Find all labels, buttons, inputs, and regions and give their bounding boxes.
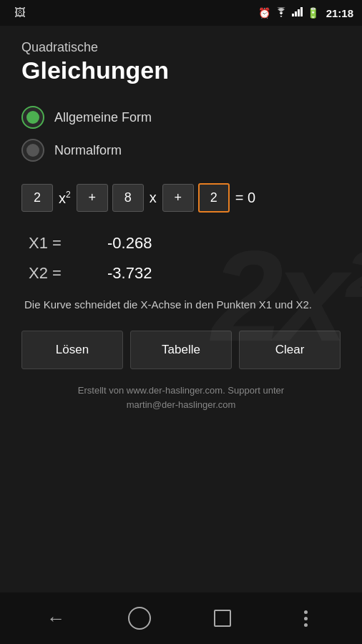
radio-group: Allgemeine Form Normalform	[21, 106, 341, 162]
home-icon	[128, 607, 151, 630]
equals-label: = 0	[234, 190, 257, 206]
radio-normalform-label: Normalform	[54, 143, 122, 158]
main-content: 2x² Quadratische Gleichungen Allgemeine …	[0, 26, 362, 427]
status-time: 21:18	[326, 7, 353, 19]
coeff-c-box[interactable]: 2	[198, 183, 230, 213]
results-section: X1 = -0.268 X2 = -3.732	[21, 234, 341, 283]
app-title: Gleichungen	[21, 57, 341, 84]
battery-icon: 🔋	[307, 7, 319, 19]
more-icon	[304, 610, 308, 627]
radio-allgemeine-circle	[21, 106, 44, 129]
plus1-box: +	[77, 184, 108, 212]
status-bar: 🖼 ⏰ 🔋 21:18	[0, 0, 362, 26]
plus2-box: +	[162, 184, 194, 212]
nav-back-button[interactable]: ←	[34, 604, 77, 633]
footer-line2: martin@der-haslinger.com	[127, 399, 236, 410]
clear-button[interactable]: Clear	[239, 331, 341, 369]
radio-normalform[interactable]: Normalform	[21, 139, 341, 162]
x2-label: X2 =	[29, 264, 93, 283]
wifi-icon	[275, 7, 288, 19]
radio-normalform-circle	[21, 139, 44, 162]
footer-line1: Erstellt von www.der-haslinger.com. Supp…	[78, 385, 284, 396]
nav-more-button[interactable]	[285, 604, 328, 633]
description-text: Die Kurve schneidet die X-Achse in den P…	[21, 297, 341, 313]
radio-allgemeine[interactable]: Allgemeine Form	[21, 106, 341, 129]
x2-value: -3.732	[107, 264, 152, 283]
solve-button[interactable]: Lösen	[21, 331, 123, 369]
table-button[interactable]: Tabelle	[130, 331, 232, 369]
coeff-a-box[interactable]: 2	[21, 184, 53, 212]
recents-icon	[214, 610, 231, 627]
nav-bar: ←	[0, 592, 362, 644]
back-icon: ←	[47, 608, 65, 630]
status-right-area: ⏰ 🔋 21:18	[258, 6, 353, 19]
status-left-area: 🖼	[9, 6, 253, 19]
x2-row: X2 = -3.732	[29, 264, 341, 283]
coeff-b-box[interactable]: 8	[112, 184, 144, 212]
x1-label: X1 =	[29, 234, 93, 253]
signal-icon	[292, 6, 303, 19]
image-icon: 🖼	[14, 6, 26, 19]
nav-recents-button[interactable]	[201, 604, 244, 633]
x1-row: X1 = -0.268	[29, 234, 341, 253]
x-label: x	[148, 190, 158, 206]
nav-home-button[interactable]	[118, 604, 161, 633]
button-row: Lösen Tabelle Clear	[21, 331, 341, 369]
equation-row: 2 x2 + 8 x + 2 = 0	[21, 183, 341, 213]
footer: Erstellt von www.der-haslinger.com. Supp…	[21, 384, 341, 414]
radio-allgemeine-label: Allgemeine Form	[54, 110, 152, 125]
app-subtitle: Quadratische	[21, 40, 341, 55]
alarm-icon: ⏰	[258, 7, 270, 19]
x1-value: -0.268	[107, 234, 152, 253]
x2-label: x2	[57, 190, 72, 207]
